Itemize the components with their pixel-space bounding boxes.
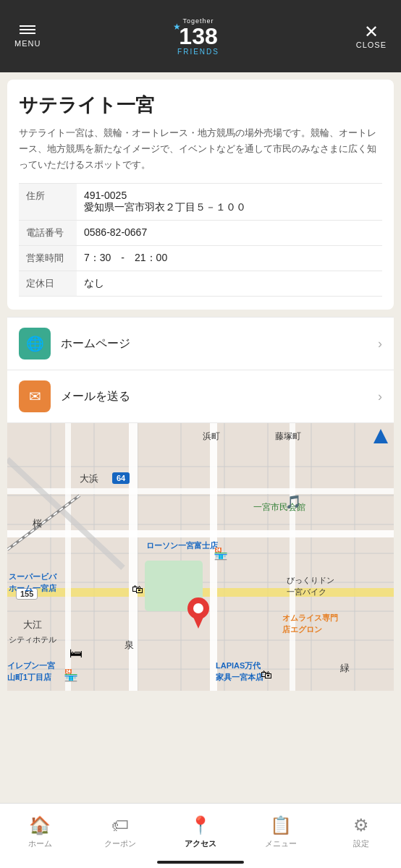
map-label-lawson: ローソン一宮富士店 bbox=[146, 540, 218, 551]
phone-value: 0586-82-0667 bbox=[77, 221, 382, 246]
venue-description: サテライト一宮は、競輪・オートレース・地方競馬の場外売場です。競輪、オートレース… bbox=[19, 125, 382, 173]
hours-row: 営業時間 7：30 - 21：00 bbox=[19, 246, 382, 271]
action-buttons-section: 🌐 ホームページ › ✉ メールを送る › bbox=[7, 317, 394, 423]
map-label-sakura: 桜 bbox=[33, 517, 42, 530]
svg-rect-23 bbox=[290, 423, 295, 691]
home-label: ホーム bbox=[28, 838, 52, 849]
map-label-midori: 緑 bbox=[340, 662, 350, 675]
map-label-fujitsuka: 藤塚町 bbox=[275, 430, 301, 443]
address-value: 491-0025 愛知県一宮市羽衣２丁目５－１００ bbox=[77, 184, 382, 221]
venue-title: サテライト一宮 bbox=[19, 93, 382, 118]
map-label-ohama: 大浜 bbox=[80, 472, 98, 485]
coupon-icon: 🏷 bbox=[111, 815, 129, 835]
access-icon: 📍 bbox=[190, 815, 211, 835]
nav-menu[interactable]: 📋 メニュー bbox=[240, 815, 321, 849]
close-x-icon: ✕ bbox=[364, 23, 379, 41]
lapias-store-icon: 🛍 bbox=[261, 668, 272, 681]
map-label-bikkuri: びっくりドン一宮バイク bbox=[287, 575, 334, 597]
mail-button[interactable]: ✉ メールを送る › bbox=[7, 370, 394, 423]
phone-row: 電話番号 0586-82-0667 bbox=[19, 221, 382, 246]
home-icon: 🏠 bbox=[29, 815, 51, 835]
nav-coupon[interactable]: 🏷 クーポン bbox=[80, 815, 161, 849]
venue-info-table: 住所 491-0025 愛知県一宮市羽衣２丁目５－１００ 電話番号 0586-8… bbox=[19, 183, 382, 297]
address-label: 住所 bbox=[19, 184, 77, 221]
map-label-viva: スーパービバホーム一宮店 bbox=[9, 571, 56, 594]
address-row: 住所 491-0025 愛知県一宮市羽衣２丁目５－１００ bbox=[19, 184, 382, 221]
map-label-lapias: LAPIAS万代家具一宮本店 bbox=[216, 660, 263, 683]
mail-icon: ✉ bbox=[19, 380, 51, 412]
nav-settings[interactable]: ⚙ 設定 bbox=[321, 815, 401, 849]
homepage-label: ホームページ bbox=[61, 336, 378, 352]
civic-hall-icon: 🎵 bbox=[285, 494, 301, 510]
close-label: CLOSE bbox=[356, 41, 387, 49]
lawson-store-icon: 🏪 bbox=[214, 547, 228, 561]
navigation-arrow-icon bbox=[373, 429, 388, 443]
map-label-omelet: オムライス専門店エグロン bbox=[282, 613, 338, 635]
menu-icon: 📋 bbox=[270, 815, 292, 835]
hours-label: 営業時間 bbox=[19, 246, 77, 271]
closed-value: なし bbox=[77, 271, 382, 297]
main-location-pin bbox=[187, 597, 210, 631]
hamburger-icon bbox=[20, 29, 35, 30]
nav-home[interactable]: 🏠 ホーム bbox=[0, 815, 80, 849]
menu-label: メニュー bbox=[265, 838, 297, 849]
map-label-izumi: 泉 bbox=[124, 639, 134, 652]
homepage-icon: 🌐 bbox=[19, 328, 51, 359]
logo-number: 138 bbox=[179, 23, 217, 49]
road-64-badge: 64 bbox=[112, 472, 130, 484]
map-svg bbox=[7, 423, 394, 691]
mail-label: メールを送る bbox=[61, 389, 378, 404]
map-label-eleven: イレブン一宮山町1丁目店 bbox=[7, 660, 55, 683]
hamburger-icon bbox=[20, 25, 35, 27]
hours-value: 7：30 - 21：00 bbox=[77, 246, 382, 271]
menu-label: MENU bbox=[14, 39, 41, 48]
hotel-marker-icon: 🛏 bbox=[69, 646, 83, 661]
phone-label: 電話番号 bbox=[19, 221, 77, 246]
map-label-oe: 大江 bbox=[23, 618, 42, 631]
map-label-city-hotel: シティホテル bbox=[9, 634, 56, 645]
eleven-store-icon: 🏪 bbox=[64, 668, 78, 682]
homepage-button[interactable]: 🌐 ホームページ › bbox=[7, 317, 394, 370]
access-label: アクセス bbox=[185, 838, 216, 849]
settings-icon: ⚙ bbox=[353, 815, 369, 835]
closed-row: 定休日 なし bbox=[19, 271, 382, 297]
hamburger-icon bbox=[20, 33, 35, 34]
menu-button[interactable]: MENU bbox=[14, 25, 41, 48]
map-area[interactable]: 64 155 浜町 藤塚町 大浜 桜 一宮市民会館 ローソン一宮富士店 スーパー… bbox=[7, 423, 394, 691]
settings-label: 設定 bbox=[353, 838, 369, 849]
chevron-right-icon: › bbox=[378, 336, 382, 352]
svg-marker-30 bbox=[193, 616, 204, 629]
home-indicator bbox=[157, 861, 244, 864]
viva-store-icon: 🛍 bbox=[132, 583, 143, 596]
logo-number-wrap: ★ 138 bbox=[179, 25, 217, 48]
bottom-navigation: 🏠 ホーム 🏷 クーポン 📍 アクセス 📋 メニュー ⚙ 設定 bbox=[0, 803, 401, 868]
nav-access[interactable]: 📍 アクセス bbox=[161, 815, 241, 849]
map-label-hamacho: 浜町 bbox=[203, 430, 220, 443]
chevron-right-icon: › bbox=[378, 389, 382, 404]
app-logo: Together ★ 138 FRIENDS bbox=[177, 17, 219, 56]
venue-info-card: サテライト一宮 サテライト一宮は、競輪・オートレース・地方競馬の場外売場です。競… bbox=[7, 80, 394, 310]
svg-point-29 bbox=[193, 603, 203, 613]
app-header: MENU Together ★ 138 FRIENDS ✕ CLOSE bbox=[0, 0, 401, 72]
coupon-label: クーポン bbox=[104, 838, 136, 849]
close-button[interactable]: ✕ CLOSE bbox=[356, 23, 387, 49]
logo-star-icon: ★ bbox=[173, 22, 181, 32]
closed-label: 定休日 bbox=[19, 271, 77, 297]
